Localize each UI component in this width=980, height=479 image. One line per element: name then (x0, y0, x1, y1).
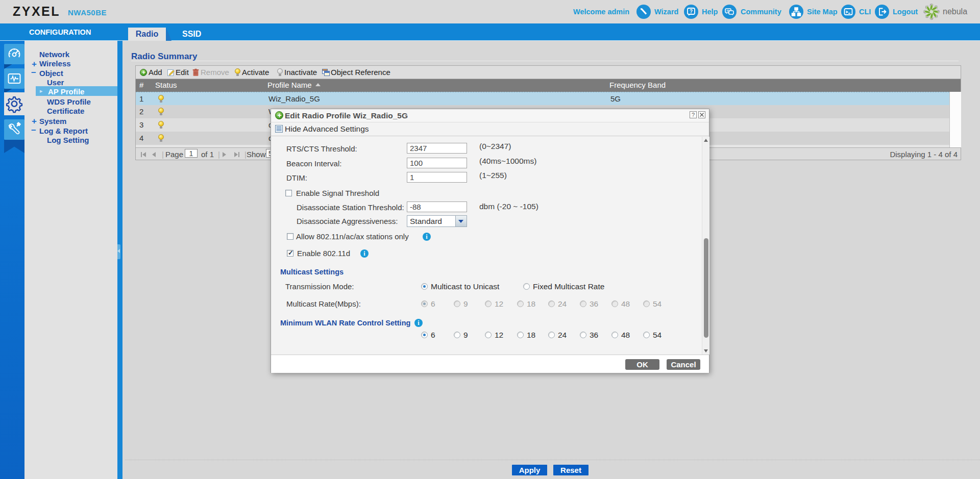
svg-text:?: ? (690, 9, 693, 14)
